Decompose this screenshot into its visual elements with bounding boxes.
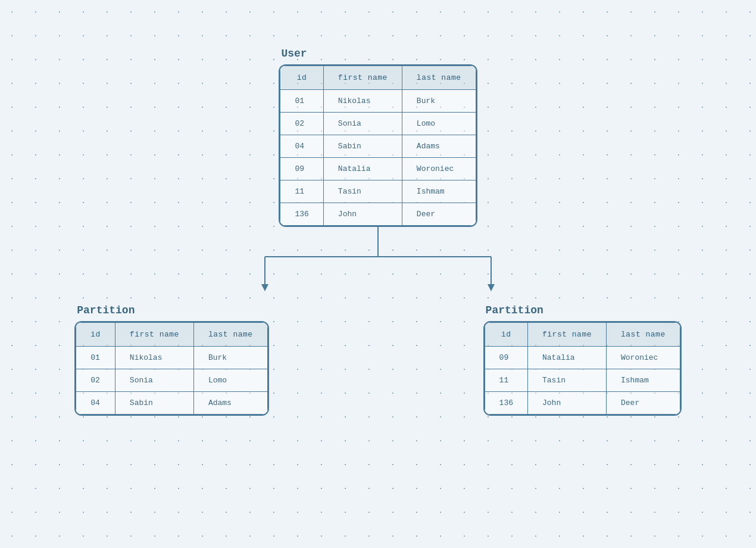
bottom-section: Partition id first name last name 01Niko… xyxy=(74,304,681,416)
partition-right-table: id first name last name 09NataliaWoronie… xyxy=(483,321,682,416)
table-row: 11TasinIshmam xyxy=(280,180,476,203)
pr-col-lastname: last name xyxy=(607,323,680,347)
table-row: 136JohnDeer xyxy=(485,392,680,415)
partition-left-table: id first name last name 01NikolasBurk02S… xyxy=(74,321,268,416)
pl-col-lastname: last name xyxy=(193,323,267,347)
connector-lines xyxy=(199,227,557,304)
table-row: 01NikolasBurk xyxy=(280,90,476,113)
partition-right-block: Partition id first name last name 09Nata… xyxy=(483,304,682,416)
table-row: 11TasinIshmam xyxy=(485,369,680,392)
table-row: 02SoniaLomo xyxy=(76,369,267,392)
top-table-section: User id first name last name 01NikolasBu… xyxy=(279,48,477,227)
table-row: 09NataliaWoroniec xyxy=(485,347,680,369)
pr-col-firstname: first name xyxy=(528,323,607,347)
partition-left-label: Partition xyxy=(74,304,135,316)
partition-left-block: Partition id first name last name 01Niko… xyxy=(74,304,268,416)
table-row: 04SabinAdams xyxy=(76,392,267,415)
partition-right-label: Partition xyxy=(483,304,543,316)
diagram-container: User id first name last name 01NikolasBu… xyxy=(0,0,756,548)
table-row: 136JohnDeer xyxy=(280,203,476,226)
table-row: 09NataliaWoroniec xyxy=(280,158,476,180)
table-row: 01NikolasBurk xyxy=(76,347,267,369)
user-table: id first name last name 01NikolasBurk02S… xyxy=(279,64,477,227)
pl-col-id: id xyxy=(76,323,115,347)
pl-col-firstname: first name xyxy=(115,323,193,347)
svg-marker-3 xyxy=(261,284,268,291)
user-table-label: User xyxy=(279,48,307,60)
user-col-id: id xyxy=(280,66,323,90)
user-col-lastname: last name xyxy=(402,66,476,90)
table-row: 04SabinAdams xyxy=(280,135,476,158)
svg-marker-5 xyxy=(488,284,495,291)
user-col-firstname: first name xyxy=(323,66,402,90)
table-row: 02SoniaLomo xyxy=(280,113,476,135)
pr-col-id: id xyxy=(485,323,527,347)
